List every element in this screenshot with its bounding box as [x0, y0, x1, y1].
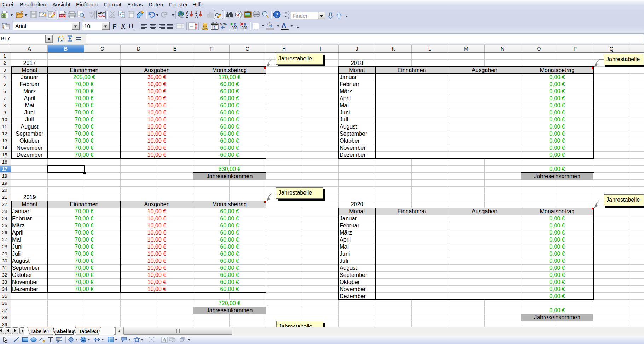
svg-text:x: x: [60, 38, 63, 43]
svg-text:ABC: ABC: [89, 11, 96, 15]
svg-text:Z: Z: [186, 14, 188, 18]
svg-text:1: 1: [214, 25, 216, 30]
svg-text:$: $: [220, 22, 222, 26]
svg-text:?: ?: [276, 12, 278, 18]
svg-text:A: A: [186, 11, 188, 14]
svg-text:.000: .000: [231, 26, 238, 30]
svg-text:ABC: ABC: [98, 11, 105, 15]
svg-text:Tabelle3: Tabelle3: [79, 328, 98, 334]
svg-text:Z: Z: [195, 11, 197, 14]
svg-text:Tabelle1: Tabelle1: [30, 328, 50, 334]
svg-text:PDF: PDF: [60, 15, 65, 17]
svg-text:Tabelle2: Tabelle2: [54, 328, 75, 334]
svg-text:.000: .000: [240, 26, 248, 30]
svg-text:%: %: [223, 22, 227, 26]
svg-text:A: A: [195, 14, 198, 18]
